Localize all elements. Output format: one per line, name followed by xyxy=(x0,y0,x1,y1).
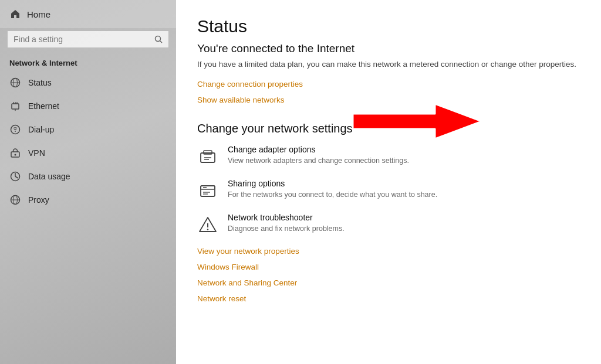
proxy-icon xyxy=(9,194,21,206)
sharing-desc: For the networks you connect to, decide … xyxy=(228,190,578,200)
troubleshooter-item: Network troubleshooter Diagnose and fix … xyxy=(197,213,578,235)
svg-point-13 xyxy=(15,154,16,156)
arrow-container: Change your network settings xyxy=(197,111,353,145)
sharing-options-item: Sharing options For the networks you con… xyxy=(197,179,578,201)
network-reset-link[interactable]: Network reset xyxy=(197,294,578,303)
troubleshooter-icon xyxy=(197,214,218,235)
search-box[interactable] xyxy=(7,30,169,48)
troubleshooter-title: Network troubleshooter xyxy=(228,213,578,222)
change-adapter-options-item: Change adapter options View network adap… xyxy=(197,145,578,167)
status-icon xyxy=(9,77,21,89)
red-arrow-annotation xyxy=(353,101,482,142)
sidebar-item-label-proxy: Proxy xyxy=(28,195,49,205)
sharing-title: Sharing options xyxy=(228,179,578,188)
sidebar-item-proxy[interactable]: Proxy xyxy=(0,188,176,212)
adapter-text-block: Change adapter options View network adap… xyxy=(228,145,578,166)
search-input[interactable] xyxy=(13,35,151,44)
search-icon xyxy=(154,35,163,43)
svg-rect-20 xyxy=(204,151,212,154)
data-usage-icon xyxy=(9,171,21,182)
sidebar-item-label-ethernet: Ethernet xyxy=(28,101,59,111)
sidebar-item-ethernet[interactable]: Ethernet xyxy=(0,94,176,118)
home-nav-item[interactable]: Home xyxy=(0,0,176,28)
sidebar-item-status[interactable]: Status xyxy=(0,71,176,94)
svg-marker-18 xyxy=(353,104,482,139)
sidebar-item-label-status: Status xyxy=(28,78,52,87)
sidebar-section-title: Network & Internet xyxy=(0,54,176,71)
troubleshooter-desc: Diagnose and fix network problems. xyxy=(228,224,578,234)
adapter-title: Change adapter options xyxy=(228,145,578,154)
vpn-icon xyxy=(9,147,21,159)
dialup-icon xyxy=(9,124,21,135)
sidebar-item-label-datausage: Data usage xyxy=(28,172,70,181)
sidebar-item-datausage[interactable]: Data usage xyxy=(0,165,176,188)
adapter-desc: View network adapters and change connect… xyxy=(228,156,578,166)
home-icon xyxy=(9,8,21,20)
ethernet-icon xyxy=(9,100,21,112)
sidebar-item-label-dialup: Dial-up xyxy=(28,125,54,134)
sidebar-item-dialup[interactable]: Dial-up xyxy=(0,118,176,141)
windows-firewall-link[interactable]: Windows Firewall xyxy=(197,263,578,271)
sidebar-item-label-vpn: VPN xyxy=(28,148,45,158)
change-connection-properties-link[interactable]: Change connection properties xyxy=(197,80,578,89)
view-network-properties-link[interactable]: View your network properties xyxy=(197,247,578,256)
adapter-icon xyxy=(197,146,218,167)
svg-rect-23 xyxy=(201,186,215,196)
show-available-networks-link[interactable]: Show available networks xyxy=(197,96,578,104)
main-content: Status You're connected to the Internet … xyxy=(176,0,601,364)
svg-point-0 xyxy=(156,36,161,42)
svg-line-1 xyxy=(160,41,163,43)
svg-point-30 xyxy=(207,229,208,230)
page-title: Status xyxy=(197,16,578,36)
network-sharing-center-link[interactable]: Network and Sharing Center xyxy=(197,278,578,287)
troubleshooter-text-block: Network troubleshooter Diagnose and fix … xyxy=(228,213,578,234)
svg-rect-5 xyxy=(12,104,19,109)
status-description: If you have a limited data plan, you can… xyxy=(197,59,578,70)
connected-status-text: You're connected to the Internet xyxy=(197,42,578,55)
change-network-settings-heading: Change your network settings xyxy=(197,122,353,135)
sharing-text-block: Sharing options For the networks you con… xyxy=(228,179,578,200)
home-label: Home xyxy=(27,9,50,19)
svg-point-11 xyxy=(15,131,16,132)
sharing-icon xyxy=(197,180,218,201)
sidebar-item-vpn[interactable]: VPN xyxy=(0,141,176,165)
